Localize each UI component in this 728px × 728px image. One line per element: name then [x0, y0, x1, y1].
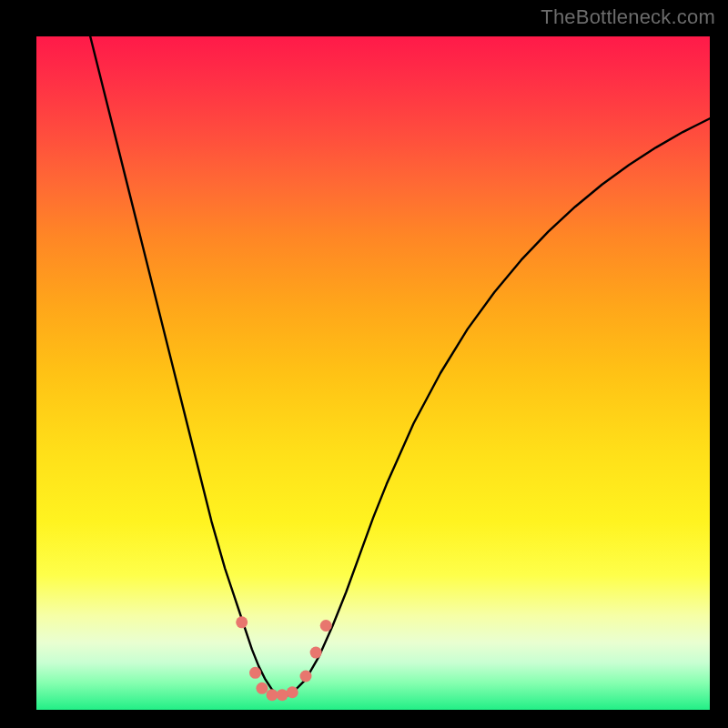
curve-marker — [300, 671, 312, 682]
curve-marker — [320, 620, 332, 632]
curve-marker — [277, 689, 288, 701]
curve-marker — [310, 647, 322, 659]
curve-marker — [249, 667, 261, 679]
bottleneck-curve — [90, 36, 710, 696]
chart-plot-area — [36, 36, 710, 710]
curve-marker — [287, 686, 298, 698]
curve-marker — [256, 682, 268, 694]
curve-marker — [236, 616, 248, 628]
curve-marker — [267, 689, 278, 701]
watermark-label: TheBottleneck.com — [541, 5, 715, 29]
chart-svg — [36, 36, 710, 710]
